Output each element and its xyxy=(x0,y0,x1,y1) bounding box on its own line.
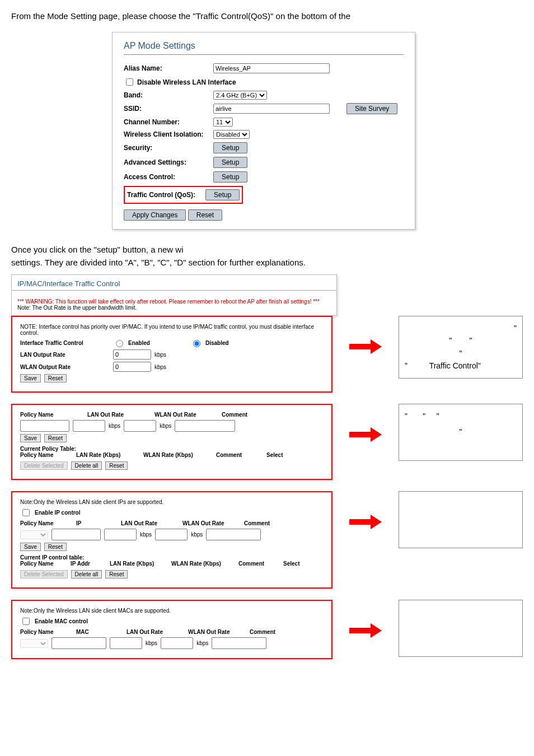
arrow-b xyxy=(349,426,382,443)
alias-label: Alias Name: xyxy=(124,64,213,72)
acc-label: Access Control: xyxy=(124,173,213,181)
section-d: Note:Only the Wireless LAN side client M… xyxy=(11,600,332,659)
b-del-all-button[interactable]: Delete all xyxy=(71,461,102,470)
secta-save-button[interactable]: Save xyxy=(20,374,41,382)
secta-reset-button[interactable]: Reset xyxy=(44,374,67,382)
band-select[interactable]: 2.4 GHz (B+G) xyxy=(213,91,267,100)
reset-button[interactable]: Reset xyxy=(188,209,222,221)
enable-mac-label: Enable MAC control xyxy=(35,618,88,624)
b-hdr-lanr: LAN Rate (Kbps) xyxy=(76,452,132,458)
c-policy-select xyxy=(20,530,48,539)
b-del-sel-button: Delete Selected xyxy=(20,461,68,470)
c-reset-button[interactable]: Reset xyxy=(44,543,67,551)
c-save-button[interactable]: Save xyxy=(20,543,41,551)
ipmac-panel: IP/MAC/Interface Traffic Control *** WAR… xyxy=(11,274,337,316)
c-hdr-ipaddr: IP Addr xyxy=(71,561,99,567)
d-mac-input[interactable] xyxy=(51,637,106,649)
section-a: NOTE: Interface control has priority ove… xyxy=(11,316,332,393)
security-label: Security: xyxy=(124,144,213,152)
b-lan-input[interactable] xyxy=(73,420,105,432)
b-kbps-2: kbps xyxy=(160,423,171,429)
d-hdr-comment: Comment xyxy=(250,629,275,635)
qos-highlight-box: Traffic Control (QoS): Setup xyxy=(124,186,243,204)
adv-label: Advanced Settings: xyxy=(124,158,213,166)
wci-select[interactable]: Disabled xyxy=(213,130,250,139)
itc-enabled-label: Enabled xyxy=(128,340,150,346)
c-hdr-policy2: Policy Name xyxy=(20,561,59,567)
b-hdr-wlanr: WLAN Rate (Kbps) xyxy=(143,452,205,458)
disable-wlan-label: Disable Wireless LAN Interface xyxy=(137,78,236,86)
wlan-out-label: WLAN Output Rate xyxy=(20,364,110,370)
b-hdr-wlan: WLAN Out Rate xyxy=(154,412,210,418)
c-hdr-comment: Comment xyxy=(244,520,270,526)
b-hdr-policy2: Policy Name xyxy=(20,452,65,458)
itc-disabled-label: Disabled xyxy=(205,340,229,346)
c-hdr-ip: IP xyxy=(76,520,110,526)
mid-text: Once you click on the "setup" button, a … xyxy=(11,244,523,269)
c-hdr-policy: Policy Name xyxy=(20,520,65,526)
itc-disabled-radio[interactable] xyxy=(193,340,200,347)
b-hdr-lan: LAN Out Rate xyxy=(87,412,143,418)
side-box-c xyxy=(399,491,523,548)
enable-ip-checkbox[interactable] xyxy=(22,509,30,516)
d-comment-input[interactable] xyxy=(212,637,266,649)
b-reset2-button[interactable]: Reset xyxy=(105,461,128,470)
d-lan-input[interactable] xyxy=(110,637,142,649)
security-setup-button[interactable]: Setup xyxy=(213,142,247,153)
c-ip-input[interactable] xyxy=(51,529,101,540)
itc-label: Interface Traffic Control xyxy=(20,340,110,346)
kbps-1: kbps xyxy=(154,352,166,358)
d-kbps-1: kbps xyxy=(146,640,157,646)
disable-wlan-checkbox[interactable] xyxy=(126,78,133,86)
ssid-label: SSID: xyxy=(124,105,213,113)
lan-out-input[interactable] xyxy=(113,349,151,360)
c-kbps-2: kbps xyxy=(191,531,203,538)
lan-out-label: LAN Output Rate xyxy=(20,352,110,358)
qos-setup-button[interactable]: Setup xyxy=(205,189,240,200)
b-hdr-policy: Policy Name xyxy=(20,412,76,418)
c-hdr-lan: LAN Out Rate xyxy=(121,520,171,526)
c-lan-input[interactable] xyxy=(104,529,137,540)
section-a-note: NOTE: Interface control has priority ove… xyxy=(20,324,324,336)
d-hdr-policy: Policy Name xyxy=(20,629,65,635)
c-hdr-wlan: WLAN Out Rate xyxy=(182,520,233,526)
wlan-out-input[interactable] xyxy=(113,362,151,372)
c-wlan-input[interactable] xyxy=(155,529,188,540)
enable-ip-label: Enable IP control xyxy=(35,510,81,516)
b-comment-input[interactable] xyxy=(175,420,235,432)
apply-button[interactable]: Apply Changes xyxy=(124,209,186,221)
acc-setup-button[interactable]: Setup xyxy=(213,171,247,183)
c-del-all-button[interactable]: Delete all xyxy=(71,570,102,578)
band-label: Band: xyxy=(124,91,213,99)
channel-select[interactable]: 11 xyxy=(213,118,233,127)
b-hdr-comment2: Comment xyxy=(216,452,255,458)
d-note: Note:Only the Wireless LAN side client M… xyxy=(20,608,324,614)
c-comment-input[interactable] xyxy=(206,529,261,540)
enable-mac-checkbox[interactable] xyxy=(22,618,30,625)
adv-setup-button[interactable]: Setup xyxy=(213,157,247,168)
c-reset2-button[interactable]: Reset xyxy=(105,570,128,578)
d-hdr-mac: MAC xyxy=(76,629,115,635)
ap-mode-panel: AP Mode Settings Alias Name: Disable Wir… xyxy=(112,32,415,230)
d-wlan-input[interactable] xyxy=(161,637,193,649)
b-hdr-select: Select xyxy=(266,452,283,458)
site-survey-button[interactable]: Site Survey xyxy=(346,103,397,114)
b-policy-input[interactable] xyxy=(20,420,69,432)
section-c: Note:Only the Wireless LAN side client I… xyxy=(11,491,332,589)
b-wlan-input[interactable] xyxy=(124,420,156,432)
alias-input[interactable] xyxy=(213,63,330,73)
b-reset-button[interactable]: Reset xyxy=(44,434,67,442)
wci-label: Wireless Client Isolation: xyxy=(124,130,213,138)
c-hdr-wlanr: WLAN Rate (Kbps) xyxy=(171,561,227,567)
ssid-input[interactable] xyxy=(213,104,330,114)
c-hdr-select: Select xyxy=(283,561,299,567)
arrow-c xyxy=(349,514,382,530)
itc-enabled-radio[interactable] xyxy=(116,340,123,347)
section-b: Policy Name LAN Out Rate WLAN Out Rate C… xyxy=(11,404,332,480)
b-save-button[interactable]: Save xyxy=(20,434,41,442)
arrow-a xyxy=(349,338,382,355)
ap-title: AP Mode Settings xyxy=(124,41,404,55)
b-hdr-comment: Comment xyxy=(222,412,247,418)
c-del-sel-button: Delete Selected xyxy=(20,570,68,578)
arrow-d xyxy=(349,622,382,639)
